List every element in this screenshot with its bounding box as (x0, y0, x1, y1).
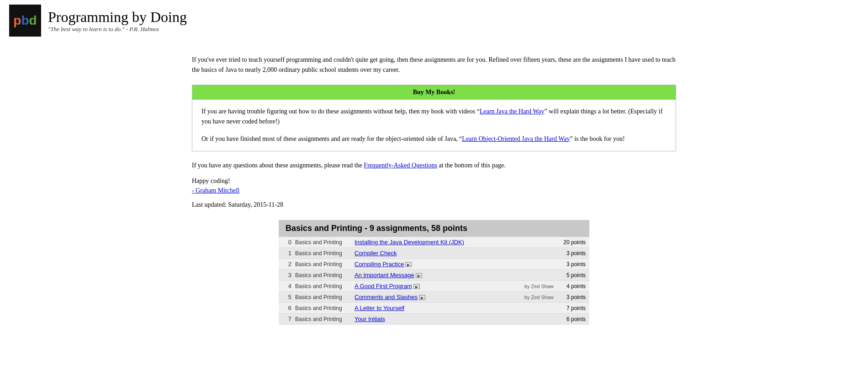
section-header: Basics and Printing - 9 assignments, 58 … (279, 220, 589, 237)
assignment-points: 7 points (554, 305, 586, 311)
assignment-points: 20 points (554, 239, 586, 246)
header-text: Programming by Doing "The best way to le… (48, 9, 187, 33)
assignment-number: 6 (282, 305, 291, 311)
faq-text-after: at the bottom of this page. (437, 162, 506, 169)
book1-link[interactable]: Learn Java the Hard Way (480, 108, 545, 115)
book2-paragraph: Or if you have finished most of these as… (201, 134, 667, 144)
book2-text-before: Or if you have finished most of these as… (201, 135, 462, 142)
book-box-content: If you are having trouble figuring out h… (192, 100, 676, 151)
assignment-section: Basics and Printing - 9 assignments, 58 … (279, 220, 589, 325)
book-box-header: Buy My Books! (192, 85, 676, 100)
assignment-points: 3 points (554, 261, 586, 268)
assignment-name: A Good First Program▶ (355, 283, 508, 289)
assignment-link[interactable]: Your Initials (355, 316, 385, 322)
book1-paragraph: If you are having trouble figuring out h… (201, 107, 667, 127)
table-row: 6Basics and PrintingA Letter to Yourself… (279, 303, 589, 314)
table-row: 7Basics and PrintingYour Initials6 point… (279, 314, 589, 325)
assignment-name: Compiling Practice▶ (355, 261, 508, 268)
assignment-link[interactable]: Installing the Java Development Kit (JDK… (355, 239, 464, 246)
assignment-link[interactable]: An Important Message (355, 272, 414, 279)
logo-d: d (29, 13, 37, 27)
book2-text-after: ” is the book for you! (570, 135, 625, 142)
assignment-link[interactable]: A Good First Program (355, 283, 412, 289)
assignment-number: 2 (282, 261, 291, 268)
assignment-name: Your Initials (355, 316, 508, 322)
assignment-name: An Important Message▶ (355, 272, 508, 279)
table-row: 1Basics and PrintingCompiler Check3 poin… (279, 248, 589, 259)
site-header: pbd Programming by Doing "The best way t… (0, 0, 868, 41)
assignment-category: Basics and Printing (295, 250, 355, 257)
last-updated: Last updated: Saturday, 2015-11-28 (192, 201, 676, 209)
assignment-attribution: by Zed Shaw (508, 284, 554, 289)
assignment-number: 1 (282, 250, 291, 257)
assignment-category: Basics and Printing (295, 272, 355, 279)
book2-link[interactable]: Learn Object-Oriented Java the Hard Way (462, 135, 570, 142)
video-icon: ▶ (416, 273, 422, 278)
table-row: 2Basics and PrintingCompiling Practice▶3… (279, 259, 589, 270)
assignment-number: 5 (282, 294, 291, 300)
intro-paragraph: If you've ever tried to teach yourself p… (192, 55, 676, 75)
logo-letters: pbd (13, 14, 37, 27)
video-icon: ▶ (405, 262, 412, 267)
assignment-category: Basics and Printing (295, 316, 355, 322)
assignment-link[interactable]: Compiling Practice (355, 261, 404, 268)
assignment-points: 5 points (554, 272, 586, 279)
assignment-category: Basics and Printing (295, 283, 355, 289)
site-title: Programming by Doing (48, 9, 187, 26)
assignment-category: Basics and Printing (295, 239, 355, 246)
logo-box: pbd (9, 5, 41, 37)
main-content: If you've ever tried to teach yourself p… (183, 41, 685, 338)
assignment-category: Basics and Printing (295, 261, 355, 268)
table-row: 0Basics and PrintingInstalling the Java … (279, 237, 589, 248)
assignment-name: Comments and Slashes▶ (355, 294, 508, 300)
assignment-name: Compiler Check (355, 250, 508, 257)
assignment-attribution: by Zed Shaw (508, 295, 554, 300)
assignment-link[interactable]: Compiler Check (355, 250, 397, 257)
assignment-points: 4 points (554, 283, 586, 289)
faq-line: If you have any questions about these as… (192, 161, 676, 171)
table-row: 3Basics and PrintingAn Important Message… (279, 270, 589, 281)
video-icon: ▶ (419, 295, 425, 300)
faq-link[interactable]: Frequently-Asked Questions (364, 162, 437, 169)
assignment-points: 3 points (554, 294, 586, 300)
happy-coding: Happy coding! (192, 177, 676, 185)
assignment-table: 0Basics and PrintingInstalling the Java … (279, 237, 589, 325)
assignment-points: 3 points (554, 250, 586, 257)
assignment-category: Basics and Printing (295, 294, 355, 300)
video-icon: ▶ (413, 284, 420, 289)
logo-p: p (13, 13, 21, 27)
book-box: Buy My Books! If you are having trouble … (192, 85, 676, 151)
assignment-points: 6 points (554, 316, 586, 322)
assignment-number: 4 (282, 283, 291, 289)
book1-text-before: If you are having trouble figuring out h… (201, 108, 480, 115)
author-line: - Graham Mitchell (192, 187, 676, 194)
assignment-number: 0 (282, 239, 291, 246)
assignment-link[interactable]: Comments and Slashes (355, 294, 418, 300)
table-row: 4Basics and PrintingA Good First Program… (279, 281, 589, 292)
assignment-name: A Letter to Yourself (355, 305, 508, 311)
author-link[interactable]: - Graham Mitchell (192, 187, 239, 194)
assignment-name: Installing the Java Development Kit (JDK… (355, 239, 508, 246)
logo: pbd (9, 5, 41, 37)
assignment-link[interactable]: A Letter to Yourself (355, 305, 404, 311)
site-subtitle: "The best way to learn is to do." - P.R.… (48, 26, 187, 33)
faq-text-before: If you have any questions about these as… (192, 162, 364, 169)
logo-b: b (21, 13, 29, 27)
assignment-number: 3 (282, 272, 291, 279)
table-row: 5Basics and PrintingComments and Slashes… (279, 292, 589, 303)
assignment-category: Basics and Printing (295, 305, 355, 311)
assignment-number: 7 (282, 316, 291, 322)
